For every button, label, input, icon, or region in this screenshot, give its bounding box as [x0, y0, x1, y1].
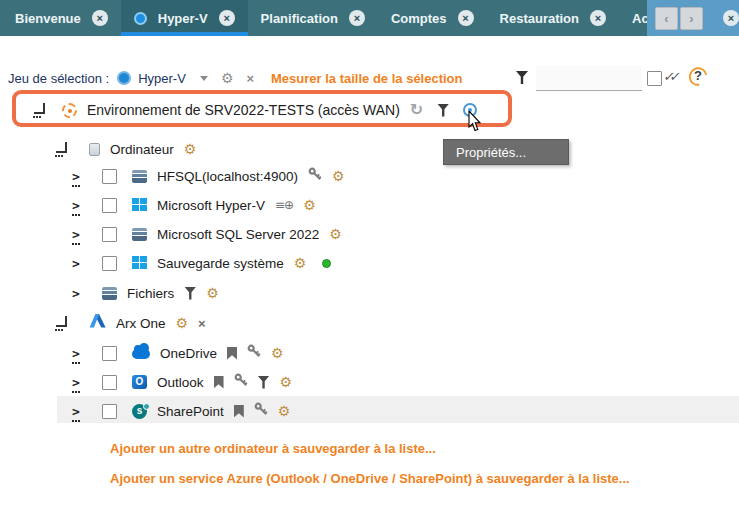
- checkbox[interactable]: [102, 404, 117, 419]
- add-computer-link[interactable]: Ajouter un autre ordinateur à sauvegarde…: [110, 441, 436, 456]
- expand-icon[interactable]: >: [72, 228, 82, 241]
- tree-row-sqlserver: > Microsoft SQL Server 2022 ⚙: [72, 221, 342, 247]
- gear-icon[interactable]: ⚙: [303, 198, 316, 212]
- tab-planification[interactable]: Planification ×: [248, 0, 378, 36]
- tree-item-label[interactable]: OneDrive: [160, 346, 217, 361]
- scroll-left-button[interactable]: ‹: [655, 7, 678, 30]
- sharepoint-icon: s: [132, 404, 147, 419]
- key-icon[interactable]: [247, 344, 261, 362]
- tree-row-hyperv: > Microsoft Hyper-V ≡⊕ ⚙: [72, 192, 316, 218]
- tree-item-label[interactable]: Arx One: [116, 316, 166, 331]
- tree-item-label[interactable]: Microsoft Hyper-V: [157, 198, 265, 213]
- gear-icon[interactable]: ⚙: [206, 286, 219, 300]
- overflow-close-icon[interactable]: ×: [723, 10, 739, 26]
- gear-icon[interactable]: ⚙: [176, 316, 189, 330]
- checkbox[interactable]: [102, 169, 117, 184]
- status-green-dot: [322, 259, 331, 268]
- collapse-icon[interactable]: [56, 316, 67, 327]
- expand-icon[interactable]: >: [72, 170, 82, 183]
- sharepoint-letter: s: [137, 406, 143, 416]
- tree-item-label[interactable]: Fichiers: [127, 286, 174, 301]
- expand-icon[interactable]: >: [72, 257, 82, 270]
- scroll-right-button[interactable]: ›: [680, 7, 703, 30]
- close-icon[interactable]: ×: [219, 10, 235, 26]
- gear-icon[interactable]: ⚙: [280, 375, 293, 389]
- tab-bar: Bienvenue × Hyper-V × Planification × Co…: [0, 0, 739, 36]
- checkbox[interactable]: [102, 198, 117, 213]
- checkbox[interactable]: [102, 227, 117, 242]
- chevron-down-icon[interactable]: [200, 76, 208, 81]
- refresh-icon[interactable]: ↻: [410, 102, 423, 118]
- double-check-icon[interactable]: ✓✓: [662, 69, 677, 84]
- selection-set-icon: [134, 12, 147, 25]
- tab-hyperv[interactable]: Hyper-V ×: [121, 0, 248, 36]
- help-icon[interactable]: ?: [689, 67, 707, 86]
- tab-label: Bienvenue: [15, 11, 81, 26]
- tree-item-label[interactable]: Outlook: [157, 375, 204, 390]
- backup-selection-window: Bienvenue × Hyper-V × Planification × Co…: [0, 0, 739, 515]
- gear-icon[interactable]: ⚙: [278, 404, 291, 418]
- collapse-icon[interactable]: [34, 103, 45, 114]
- remove-node-icon[interactable]: ×: [198, 317, 206, 330]
- tooltip-text: Propriétés...: [456, 145, 526, 160]
- tree-item-label[interactable]: Microsoft SQL Server 2022: [157, 227, 319, 242]
- bookmark-icon[interactable]: [227, 347, 237, 360]
- add-azure-service-link[interactable]: Ajouter un service Azure (Outlook / OneD…: [110, 471, 630, 486]
- measure-selection-link[interactable]: Mesurer la taille de la sélection: [271, 71, 462, 86]
- filter-input[interactable]: [536, 66, 642, 91]
- filter-icon[interactable]: [258, 376, 270, 389]
- expand-icon[interactable]: >: [72, 347, 82, 360]
- tree-row-fichiers: > Fichiers ⚙: [72, 280, 219, 306]
- onedrive-cloud-icon: [132, 349, 150, 359]
- gear-icon[interactable]: ⚙: [221, 71, 234, 85]
- select-all-checkbox[interactable]: [647, 71, 662, 86]
- tree-row-ordinateur: Ordinateur ⚙: [52, 136, 196, 162]
- expand-icon[interactable]: >: [72, 376, 82, 389]
- remove-selection-icon[interactable]: ×: [246, 72, 254, 85]
- tab-bienvenue[interactable]: Bienvenue ×: [2, 0, 121, 36]
- tree-item-label[interactable]: Ordinateur: [110, 142, 174, 157]
- selection-set-value[interactable]: Hyper-V: [138, 71, 186, 86]
- tab-label: Restauration: [500, 11, 579, 26]
- gear-icon[interactable]: ⚙: [329, 227, 342, 241]
- tree-item-label[interactable]: HFSQL(localhost:4900): [157, 169, 298, 184]
- environment-row[interactable]: Environnement de SRV2022-TESTS (accès WA…: [34, 98, 477, 122]
- windows-logo-icon: [132, 198, 147, 212]
- key-icon[interactable]: [254, 402, 268, 420]
- outlook-letter: O: [136, 377, 144, 387]
- checkbox[interactable]: [102, 256, 117, 271]
- close-icon[interactable]: ×: [458, 10, 474, 26]
- checkbox[interactable]: [102, 375, 117, 390]
- expand-icon[interactable]: >: [72, 405, 82, 418]
- key-icon[interactable]: [234, 373, 248, 391]
- expand-icon[interactable]: >: [72, 287, 82, 300]
- mouse-cursor: [468, 111, 483, 132]
- collapse-icon[interactable]: [56, 142, 67, 153]
- tree-item-label[interactable]: Sauvegarde système: [157, 256, 284, 271]
- tab-comptes[interactable]: Comptes ×: [378, 0, 487, 36]
- outlook-icon: O: [132, 375, 147, 389]
- filter-icon[interactable]: [516, 71, 528, 84]
- filter-icon[interactable]: [184, 287, 196, 300]
- close-icon[interactable]: ×: [349, 10, 365, 26]
- tab-label: Comptes: [391, 11, 447, 26]
- filter-icon[interactable]: [437, 104, 449, 117]
- database-server-icon: [132, 228, 147, 241]
- bookmark-icon[interactable]: [214, 376, 224, 389]
- gear-icon[interactable]: ⚙: [184, 142, 197, 156]
- tree-row-sharepoint: > s SharePoint ⚙: [72, 398, 290, 424]
- vm-list-icon[interactable]: ≡⊕: [275, 198, 293, 212]
- expand-icon[interactable]: >: [72, 199, 82, 212]
- tab-label: Hyper-V: [158, 11, 208, 26]
- tree-item-label[interactable]: SharePoint: [157, 404, 224, 419]
- close-icon[interactable]: ×: [590, 10, 606, 26]
- checkbox[interactable]: [102, 346, 117, 361]
- computer-icon: [89, 143, 100, 156]
- gear-icon[interactable]: ⚙: [271, 346, 284, 360]
- key-icon[interactable]: [308, 167, 322, 185]
- close-icon[interactable]: ×: [92, 10, 108, 26]
- tab-restauration[interactable]: Restauration ×: [487, 0, 619, 36]
- gear-icon[interactable]: ⚙: [332, 169, 345, 183]
- bookmark-icon[interactable]: [234, 405, 244, 418]
- gear-icon[interactable]: ⚙: [294, 256, 307, 270]
